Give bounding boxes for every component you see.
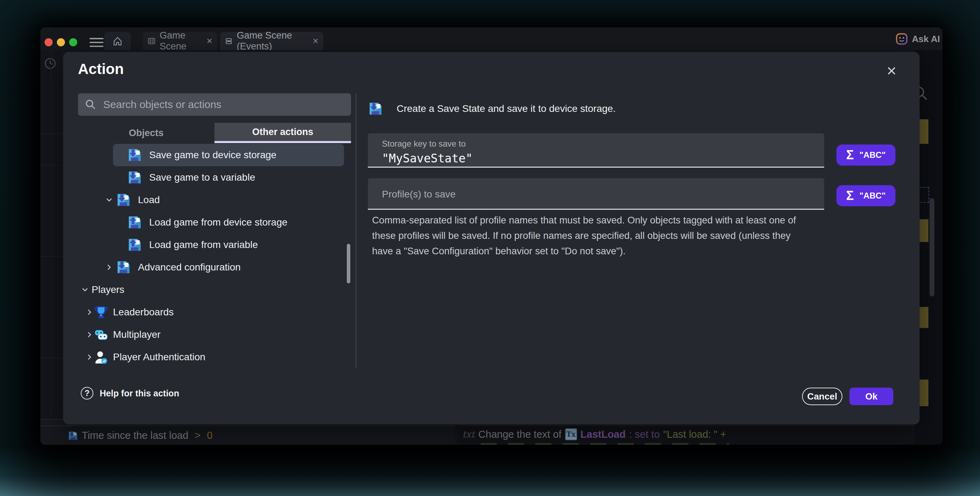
tree-item-label: Load game from variable bbox=[149, 239, 258, 250]
traffic-minimize-button[interactable] bbox=[57, 38, 65, 46]
tree-item-save-game-to-a-variable[interactable]: Save game to a variable bbox=[63, 166, 352, 189]
sigma-icon: Σ bbox=[846, 189, 854, 202]
tree-item-label: Save game to a variable bbox=[149, 172, 255, 183]
field-label: Profile(s) to save bbox=[382, 189, 824, 200]
tree-item-label: Save game to device storage bbox=[149, 149, 277, 161]
ask-ai-button[interactable]: Ask AI bbox=[896, 33, 940, 45]
tab-label: Game Scene (Events) bbox=[237, 30, 309, 52]
tree-item-label: Leaderboards bbox=[113, 307, 174, 318]
chevron-right-icon bbox=[86, 354, 93, 360]
help-for-this-action-link[interactable]: ? Help for this action bbox=[81, 387, 179, 399]
tab-game-scene-events[interactable]: Game Scene (Events) × bbox=[220, 32, 323, 50]
tree-item-label: Load bbox=[138, 194, 160, 206]
tree-item-label: Load game from device storage bbox=[149, 217, 288, 228]
tree-group-advanced-configuration[interactable]: Advanced configuration bbox=[63, 256, 352, 279]
save-icon bbox=[127, 170, 143, 185]
question-icon: ? bbox=[81, 387, 93, 399]
save-icon bbox=[116, 260, 131, 275]
tree-group-leaderboards[interactable]: Leaderboards bbox=[63, 301, 352, 323]
events-sheet-icon bbox=[225, 36, 233, 46]
app-window: Game Scene × Game Scene (Events) × Ask A… bbox=[40, 27, 942, 445]
dialog-tabs: Objects Other actions bbox=[78, 123, 351, 143]
save-icon bbox=[368, 101, 383, 116]
tree-item-label: Multiplayer bbox=[113, 329, 161, 340]
close-icon bbox=[886, 65, 897, 77]
person-check-icon bbox=[94, 350, 108, 364]
close-dialog-button[interactable] bbox=[884, 63, 899, 79]
tree-group-players[interactable]: Players bbox=[63, 279, 352, 301]
chevron-right-icon bbox=[106, 264, 112, 271]
search-icon bbox=[85, 99, 96, 110]
tree-item-label: Players bbox=[92, 284, 124, 295]
tree-item-label: Player Authentication bbox=[113, 352, 205, 363]
field-value: "MySaveState" bbox=[382, 152, 824, 165]
list-scrollbar-thumb[interactable] bbox=[347, 244, 350, 284]
close-tab-icon[interactable]: × bbox=[313, 36, 318, 46]
tree-item-load-game-from-variable[interactable]: Load game from variable bbox=[63, 234, 352, 256]
help-link-label: Help for this action bbox=[100, 388, 179, 398]
tree-item-load-game-from-device-storage[interactable]: Load game from device storage bbox=[63, 211, 352, 234]
chevron-down-icon bbox=[106, 197, 112, 203]
expression-button-label: "ABC" bbox=[859, 150, 886, 160]
search-input[interactable] bbox=[102, 98, 344, 111]
load-icon bbox=[127, 215, 143, 230]
chevron-down-icon bbox=[82, 287, 88, 293]
tab-label: Game Scene bbox=[160, 30, 202, 52]
dialog-title: Action bbox=[78, 61, 124, 78]
profiles-field[interactable]: Profile(s) to save bbox=[368, 178, 824, 210]
traffic-zoom-button[interactable] bbox=[69, 38, 77, 46]
tree-group-player-authentication[interactable]: Player Authentication bbox=[63, 346, 352, 368]
tree-item-save-game-to-device-storage[interactable]: Save game to device storage bbox=[113, 144, 344, 166]
trophy-icon bbox=[94, 305, 108, 319]
home-icon bbox=[112, 36, 123, 46]
menu-icon[interactable] bbox=[89, 38, 103, 47]
field-help-text: Comma-separated list of profile names th… bbox=[372, 212, 809, 259]
tree-group-load[interactable]: Load bbox=[63, 189, 352, 211]
save-icon bbox=[127, 147, 143, 163]
traffic-close-button[interactable] bbox=[45, 38, 52, 46]
ok-button[interactable]: Ok bbox=[850, 388, 893, 405]
panel-divider bbox=[356, 93, 356, 368]
chevron-right-icon bbox=[86, 331, 93, 338]
save-icon bbox=[116, 192, 131, 208]
cancel-button[interactable]: Cancel bbox=[802, 388, 842, 405]
action-description: Create a Save State and save it to devic… bbox=[368, 101, 616, 116]
desktop: Game Scene × Game Scene (Events) × Ask A… bbox=[0, 0, 980, 496]
close-tab-icon[interactable]: × bbox=[207, 36, 212, 46]
tab-game-scene[interactable]: Game Scene × bbox=[143, 32, 217, 50]
tree-group-multiplayer[interactable]: Multiplayer bbox=[63, 323, 352, 346]
tree-item-label: Advanced configuration bbox=[138, 261, 241, 273]
chevron-right-icon bbox=[86, 309, 93, 315]
sigma-icon: Σ bbox=[846, 149, 854, 162]
actions-tree: Save game to device storage Save game to… bbox=[63, 144, 352, 368]
ask-ai-label: Ask AI bbox=[912, 34, 940, 44]
action-description-text: Create a Save State and save it to devic… bbox=[397, 103, 616, 114]
expression-editor-button[interactable]: Σ "ABC" bbox=[837, 144, 896, 166]
tab-objects[interactable]: Objects bbox=[78, 123, 215, 143]
tab-home[interactable] bbox=[104, 32, 131, 50]
tab-other-actions[interactable]: Other actions bbox=[215, 123, 351, 143]
ai-robot-icon bbox=[896, 33, 908, 45]
film-icon bbox=[148, 36, 156, 46]
load-icon bbox=[127, 237, 143, 252]
titlebar: Game Scene × Game Scene (Events) × Ask A… bbox=[40, 27, 942, 50]
gamepads-icon bbox=[94, 328, 108, 342]
expression-button-label: "ABC" bbox=[859, 191, 886, 201]
search-box bbox=[78, 93, 351, 116]
expression-editor-button[interactable]: Σ "ABC" bbox=[837, 185, 896, 206]
field-label: Storage key to save to bbox=[382, 139, 824, 149]
action-dialog: Action Objects Other actions Save game t… bbox=[63, 52, 920, 425]
storage-key-field[interactable]: Storage key to save to "MySaveState" bbox=[368, 133, 824, 168]
